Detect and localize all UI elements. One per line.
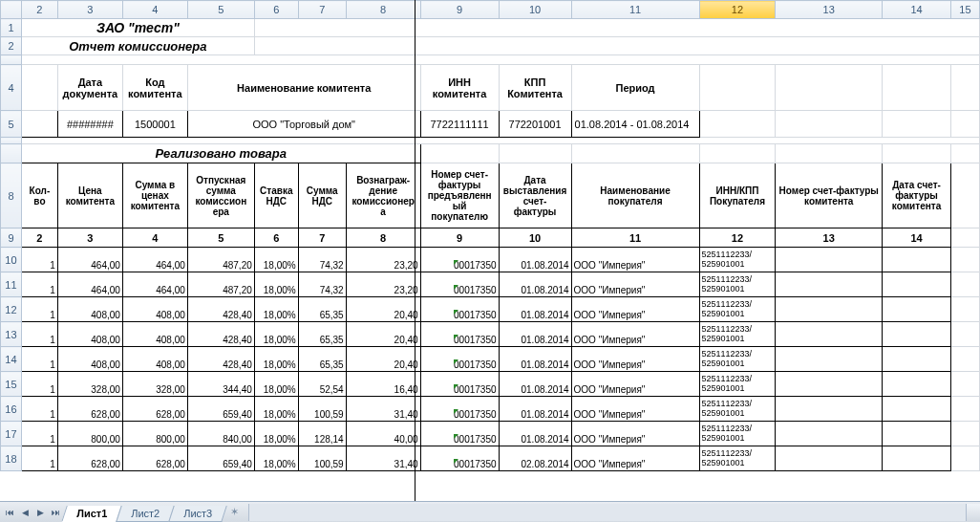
data-cell[interactable]: 408,00 — [122, 322, 187, 347]
data-cell[interactable]: 487,20 — [187, 248, 254, 272]
data-cell[interactable]: 18,00% — [254, 372, 298, 397]
data-cell[interactable]: 1 — [21, 322, 57, 347]
data-cell[interactable]: 5251112233/ 525901001 — [699, 297, 776, 322]
data-cell[interactable] — [776, 297, 883, 322]
row-header[interactable] — [1, 55, 22, 65]
data-cell[interactable]: 5251112233/ 525901001 — [699, 446, 776, 471]
data-cell[interactable]: 5251112233/ 525901001 — [699, 248, 776, 272]
row-header[interactable]: 16 — [1, 397, 22, 422]
data-cell[interactable]: 1 — [21, 297, 57, 322]
data-cell[interactable]: 23,20 — [346, 248, 420, 272]
data-cell[interactable]: ООО "Империя" — [571, 272, 699, 297]
data-cell[interactable]: 52,54 — [298, 372, 346, 397]
data-cell[interactable]: ООО "Империя" — [571, 422, 699, 446]
col-header-selected[interactable]: 12 — [699, 1, 776, 19]
sheet-tab[interactable]: Лист3 — [168, 506, 227, 522]
data-cell[interactable]: 20,40 — [346, 297, 420, 322]
data-cell[interactable]: 01.08.2014 — [499, 347, 571, 372]
data-cell[interactable]: 128,14 — [298, 422, 346, 446]
col-header[interactable]: 5 — [187, 1, 254, 19]
data-cell[interactable]: 408,00 — [122, 347, 187, 372]
data-cell[interactable]: 18,00% — [254, 322, 298, 347]
data-cell[interactable]: 31,40 — [346, 446, 420, 471]
data-cell[interactable]: ООО "Империя" — [571, 248, 699, 272]
data-cell[interactable]: 1 — [21, 372, 57, 397]
data-cell[interactable]: 628,00 — [57, 397, 122, 422]
row-header[interactable]: 11 — [1, 272, 22, 297]
row-header[interactable]: 18 — [1, 446, 22, 471]
row-header[interactable]: 17 — [1, 422, 22, 446]
data-cell[interactable] — [776, 347, 883, 372]
data-cell[interactable]: 408,00 — [57, 322, 122, 347]
row-header[interactable] — [1, 138, 22, 144]
data-cell[interactable] — [883, 272, 951, 297]
data-cell[interactable]: 408,00 — [122, 297, 187, 322]
data-cell[interactable] — [883, 372, 951, 397]
data-cell[interactable]: 00017350 — [420, 272, 499, 297]
data-cell[interactable] — [883, 422, 951, 446]
data-cell[interactable]: 20,40 — [346, 322, 420, 347]
data-cell[interactable]: 100,59 — [298, 397, 346, 422]
row-header[interactable]: 4 — [1, 65, 22, 111]
data-cell[interactable]: 00017350 — [420, 372, 499, 397]
data-cell[interactable]: 40,00 — [346, 422, 420, 446]
data-cell[interactable]: 01.08.2014 — [499, 422, 571, 446]
row-header[interactable]: 1 — [1, 19, 22, 37]
data-cell[interactable] — [883, 347, 951, 372]
data-cell[interactable]: 01.08.2014 — [499, 297, 571, 322]
data-cell[interactable]: ООО "Империя" — [571, 446, 699, 471]
data-cell[interactable]: ООО "Империя" — [571, 297, 699, 322]
data-cell[interactable]: 00017350 — [420, 322, 499, 347]
data-cell[interactable]: 659,40 — [187, 446, 254, 471]
data-cell[interactable] — [776, 422, 883, 446]
data-cell[interactable]: 18,00% — [254, 347, 298, 372]
data-cell[interactable]: 20,40 — [346, 347, 420, 372]
data-cell[interactable]: 5251112233/ 525901001 — [699, 272, 776, 297]
data-cell[interactable]: 18,00% — [254, 422, 298, 446]
data-cell[interactable]: 65,35 — [298, 297, 346, 322]
data-cell[interactable] — [776, 322, 883, 347]
data-cell[interactable]: 00017350 — [420, 397, 499, 422]
data-cell[interactable]: 800,00 — [57, 422, 122, 446]
tab-nav-next-icon[interactable]: ▶ — [32, 504, 48, 521]
row-header[interactable]: 15 — [1, 372, 22, 397]
data-cell[interactable]: 628,00 — [122, 446, 187, 471]
data-cell[interactable]: 65,35 — [298, 322, 346, 347]
sheet-tab[interactable]: Лист2 — [116, 506, 175, 522]
data-cell[interactable]: 00017350 — [420, 347, 499, 372]
data-cell[interactable]: 74,32 — [298, 272, 346, 297]
data-cell[interactable]: ООО "Империя" — [571, 347, 699, 372]
data-cell[interactable]: 1 — [21, 347, 57, 372]
data-cell[interactable]: 00017350 — [420, 446, 499, 471]
data-cell[interactable]: 5251112233/ 525901001 — [699, 347, 776, 372]
col-header[interactable]: 13 — [776, 1, 883, 19]
data-cell[interactable]: 5251112233/ 525901001 — [699, 397, 776, 422]
tab-nav-last-icon[interactable]: ⏭ — [48, 504, 63, 521]
col-header[interactable]: 6 — [254, 1, 298, 19]
col-header[interactable]: 3 — [57, 1, 122, 19]
col-header[interactable]: 11 — [571, 1, 699, 19]
horizontal-scrollbar[interactable] — [248, 504, 980, 521]
row-header[interactable]: 14 — [1, 347, 22, 372]
data-cell[interactable]: 428,40 — [187, 322, 254, 347]
data-cell[interactable]: 100,59 — [298, 446, 346, 471]
data-cell[interactable] — [776, 397, 883, 422]
data-cell[interactable]: 464,00 — [57, 248, 122, 272]
sheet-tab[interactable]: Лист1 — [61, 506, 122, 522]
data-cell[interactable]: ООО "Империя" — [571, 397, 699, 422]
col-header[interactable]: 15 — [950, 1, 979, 19]
col-header[interactable]: 4 — [122, 1, 187, 19]
data-cell[interactable]: 00017350 — [420, 248, 499, 272]
data-cell[interactable]: 01.08.2014 — [499, 248, 571, 272]
data-cell[interactable]: 487,20 — [187, 272, 254, 297]
row-header[interactable]: 13 — [1, 322, 22, 347]
col-header[interactable]: 10 — [499, 1, 571, 19]
data-cell[interactable]: 408,00 — [57, 347, 122, 372]
data-cell[interactable]: 00017350 — [420, 297, 499, 322]
data-cell[interactable]: 1 — [21, 397, 57, 422]
col-header[interactable]: 7 — [298, 1, 346, 19]
data-cell[interactable]: 18,00% — [254, 397, 298, 422]
insert-sheet-icon[interactable]: ✶ — [230, 506, 239, 518]
data-cell[interactable] — [883, 397, 951, 422]
data-cell[interactable] — [883, 248, 951, 272]
